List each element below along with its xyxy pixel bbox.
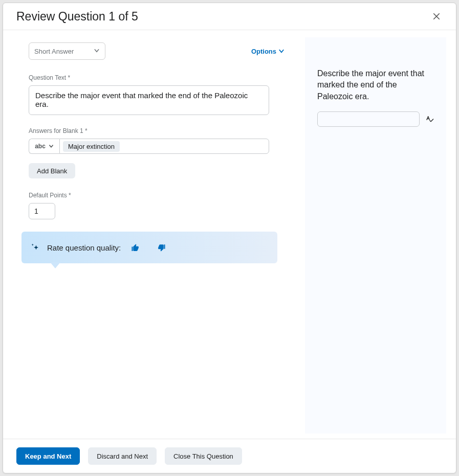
options-dropdown[interactable]: Options: [251, 48, 285, 55]
add-blank-label: Add Blank: [37, 167, 67, 175]
default-points-label: Default Points *: [29, 192, 285, 199]
close-question-button[interactable]: Close This Question: [165, 447, 242, 465]
dialog-footer: Keep and Next Discard and Next Close Thi…: [3, 439, 456, 473]
default-points-input[interactable]: [29, 203, 55, 219]
review-question-dialog: Review Question 1 of 5 Short Answer Opti…: [3, 3, 456, 473]
thumbs-down-icon: [157, 243, 166, 252]
keep-and-next-label: Keep and Next: [25, 452, 71, 460]
rate-quality-label: Rate question quality:: [47, 243, 121, 252]
add-blank-button[interactable]: Add Blank: [29, 163, 75, 178]
close-question-label: Close This Question: [173, 452, 233, 460]
spellcheck-icon[interactable]: [426, 115, 434, 123]
question-text-input[interactable]: Describe the major event that marked the…: [29, 85, 269, 115]
close-icon: [432, 12, 441, 21]
preview-question-text: Describe the major event that marked the…: [317, 68, 434, 102]
answer-chip[interactable]: Major extinction: [63, 141, 120, 152]
question-text-label: Question Text *: [29, 74, 285, 81]
answers-input[interactable]: Major extinction: [59, 139, 269, 154]
question-type-select[interactable]: Short Answer: [29, 42, 105, 60]
rate-quality-panel: Rate question quality:: [21, 232, 277, 263]
preview-answer-input[interactable]: [317, 111, 420, 127]
discard-and-next-label: Discard and Next: [97, 452, 148, 460]
editor-column: Short Answer Options Question Text * Des…: [29, 42, 285, 439]
chevron-down-icon: [49, 144, 54, 149]
thumbs-up-icon: [131, 243, 140, 252]
options-label: Options: [251, 48, 276, 55]
thumbs-down-button[interactable]: [157, 243, 166, 252]
chevron-down-icon: [278, 48, 285, 54]
discard-and-next-button[interactable]: Discard and Next: [88, 447, 157, 465]
dialog-header: Review Question 1 of 5: [3, 3, 456, 30]
question-type-value: Short Answer: [34, 48, 74, 55]
answer-compare-mode-select[interactable]: abc: [29, 139, 59, 154]
dialog-body: Short Answer Options Question Text * Des…: [3, 30, 456, 439]
sparkle-icon: [31, 243, 40, 252]
thumbs-up-button[interactable]: [131, 243, 140, 252]
keep-and-next-button[interactable]: Keep and Next: [16, 447, 80, 465]
question-text-value: Describe the major event that marked the…: [35, 91, 248, 108]
dialog-title: Review Question 1 of 5: [16, 10, 138, 24]
preview-column: Describe the major event that marked the…: [305, 37, 446, 434]
close-button[interactable]: [429, 9, 444, 24]
answers-label: Answers for Blank 1 *: [29, 127, 285, 134]
chevron-down-icon: [94, 48, 100, 55]
compare-mode-value: abc: [35, 143, 46, 150]
